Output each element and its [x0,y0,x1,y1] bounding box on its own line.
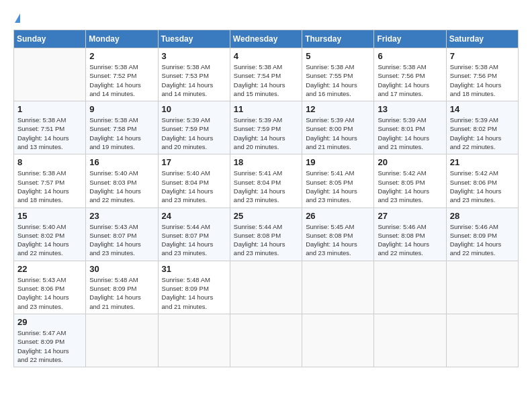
day-of-week-header: Thursday [302,30,374,48]
day-info: Sunrise: 5:43 AM Sunset: 8:06 PM Dayligh… [17,275,82,311]
calendar-week-row: 29Sunrise: 5:47 AM Sunset: 8:09 PM Dayli… [14,314,519,367]
calendar-cell [230,314,302,367]
calendar-cell: 6Sunrise: 5:38 AM Sunset: 7:56 PM Daylig… [374,48,446,101]
day-number: 16 [89,157,154,167]
day-info: Sunrise: 5:38 AM Sunset: 7:52 PM Dayligh… [89,62,154,98]
calendar-cell [374,261,446,314]
calendar-cell: 26Sunrise: 5:45 AM Sunset: 8:08 PM Dayli… [302,208,374,261]
day-number: 20 [378,157,442,167]
calendar-cell: 30Sunrise: 5:48 AM Sunset: 8:09 PM Dayli… [86,261,158,314]
calendar-cell [302,314,374,367]
day-number: 12 [306,104,370,114]
calendar-cell [302,261,374,314]
day-of-week-header: Saturday [446,30,518,48]
day-number: 6 [378,51,442,61]
day-info: Sunrise: 5:38 AM Sunset: 7:55 PM Dayligh… [306,62,370,98]
day-info: Sunrise: 5:38 AM Sunset: 7:57 PM Dayligh… [17,169,82,204]
day-number: 13 [378,104,442,114]
calendar-cell: 25Sunrise: 5:44 AM Sunset: 8:08 PM Dayli… [230,208,302,261]
calendar-week-row: 1Sunrise: 5:38 AM Sunset: 7:51 PM Daylig… [14,101,519,154]
day-info: Sunrise: 5:38 AM Sunset: 7:56 PM Dayligh… [450,62,515,98]
day-number: 28 [450,211,515,221]
day-info: Sunrise: 5:48 AM Sunset: 8:09 PM Dayligh… [89,275,154,311]
day-info: Sunrise: 5:40 AM Sunset: 8:04 PM Dayligh… [162,169,226,204]
calendar-cell: 7Sunrise: 5:38 AM Sunset: 7:56 PM Daylig… [446,48,518,101]
day-number: 1 [17,104,82,114]
day-info: Sunrise: 5:39 AM Sunset: 7:59 PM Dayligh… [234,116,298,151]
day-number: 27 [378,211,442,221]
calendar-header-row: SundayMondayTuesdayWednesdayThursdayFrid… [14,30,519,48]
calendar-cell: 27Sunrise: 5:46 AM Sunset: 8:08 PM Dayli… [374,208,446,261]
day-number: 29 [17,317,82,327]
day-of-week-header: Sunday [14,30,86,48]
calendar-cell: 22Sunrise: 5:43 AM Sunset: 8:06 PM Dayli… [14,261,86,314]
day-number: 7 [450,51,515,61]
calendar-cell [14,48,86,101]
calendar-cell [230,261,302,314]
day-info: Sunrise: 5:46 AM Sunset: 8:08 PM Dayligh… [378,222,442,258]
calendar-week-row: 15Sunrise: 5:40 AM Sunset: 8:02 PM Dayli… [14,208,519,261]
day-number: 11 [234,104,298,114]
calendar-week-row: 22Sunrise: 5:43 AM Sunset: 8:06 PM Dayli… [14,261,519,314]
calendar-cell: 31Sunrise: 5:48 AM Sunset: 8:09 PM Dayli… [158,261,230,314]
logo-triangle-icon [15,13,20,23]
day-of-week-header: Wednesday [230,30,302,48]
day-info: Sunrise: 5:39 AM Sunset: 8:00 PM Dayligh… [306,116,370,151]
calendar-cell: 8Sunrise: 5:38 AM Sunset: 7:57 PM Daylig… [14,154,86,208]
day-info: Sunrise: 5:38 AM Sunset: 7:58 PM Dayligh… [89,116,154,151]
calendar-cell: 19Sunrise: 5:41 AM Sunset: 8:05 PM Dayli… [302,154,374,208]
day-number: 26 [306,211,370,221]
day-number: 15 [17,211,82,221]
calendar-cell: 14Sunrise: 5:39 AM Sunset: 8:02 PM Dayli… [446,101,518,154]
day-number: 2 [89,51,154,61]
day-info: Sunrise: 5:44 AM Sunset: 8:08 PM Dayligh… [234,222,298,258]
calendar-cell: 24Sunrise: 5:44 AM Sunset: 8:07 PM Dayli… [158,208,230,261]
calendar-cell: 21Sunrise: 5:42 AM Sunset: 8:06 PM Dayli… [446,154,518,208]
day-info: Sunrise: 5:38 AM Sunset: 7:51 PM Dayligh… [17,116,82,151]
day-number: 31 [162,264,226,274]
day-info: Sunrise: 5:47 AM Sunset: 8:09 PM Dayligh… [17,328,82,364]
day-number: 30 [89,264,154,274]
day-number: 14 [450,104,515,114]
calendar-week-row: 2Sunrise: 5:38 AM Sunset: 7:52 PM Daylig… [14,48,519,101]
day-info: Sunrise: 5:39 AM Sunset: 7:59 PM Dayligh… [162,116,226,151]
calendar-cell [158,314,230,367]
calendar-table: SundayMondayTuesdayWednesdayThursdayFrid… [13,30,519,367]
day-number: 8 [17,157,82,167]
calendar-cell: 1Sunrise: 5:38 AM Sunset: 7:51 PM Daylig… [14,101,86,154]
day-number: 3 [162,51,226,61]
day-info: Sunrise: 5:41 AM Sunset: 8:05 PM Dayligh… [306,169,370,204]
day-info: Sunrise: 5:42 AM Sunset: 8:06 PM Dayligh… [450,169,515,204]
day-of-week-header: Friday [374,30,446,48]
day-number: 24 [162,211,226,221]
calendar-cell: 17Sunrise: 5:40 AM Sunset: 8:04 PM Dayli… [158,154,230,208]
day-number: 5 [306,51,370,61]
calendar-cell [374,314,446,367]
calendar-cell: 13Sunrise: 5:39 AM Sunset: 8:01 PM Dayli… [374,101,446,154]
day-number: 23 [89,211,154,221]
day-number: 4 [234,51,298,61]
day-number: 21 [450,157,515,167]
calendar-cell: 18Sunrise: 5:41 AM Sunset: 8:04 PM Dayli… [230,154,302,208]
day-info: Sunrise: 5:41 AM Sunset: 8:04 PM Dayligh… [234,169,298,204]
day-info: Sunrise: 5:40 AM Sunset: 8:03 PM Dayligh… [89,169,154,204]
calendar-cell: 20Sunrise: 5:42 AM Sunset: 8:05 PM Dayli… [374,154,446,208]
day-info: Sunrise: 5:43 AM Sunset: 8:07 PM Dayligh… [89,222,154,258]
day-number: 9 [89,104,154,114]
calendar-cell: 11Sunrise: 5:39 AM Sunset: 7:59 PM Dayli… [230,101,302,154]
calendar-cell: 29Sunrise: 5:47 AM Sunset: 8:09 PM Dayli… [14,314,86,367]
day-info: Sunrise: 5:48 AM Sunset: 8:09 PM Dayligh… [162,275,226,311]
day-info: Sunrise: 5:42 AM Sunset: 8:05 PM Dayligh… [378,169,442,204]
calendar-week-row: 8Sunrise: 5:38 AM Sunset: 7:57 PM Daylig… [14,154,519,208]
day-info: Sunrise: 5:39 AM Sunset: 8:02 PM Dayligh… [450,116,515,151]
calendar-cell: 16Sunrise: 5:40 AM Sunset: 8:03 PM Dayli… [86,154,158,208]
day-number: 25 [234,211,298,221]
calendar-cell: 15Sunrise: 5:40 AM Sunset: 8:02 PM Dayli… [14,208,86,261]
calendar-cell: 10Sunrise: 5:39 AM Sunset: 7:59 PM Dayli… [158,101,230,154]
logo [13,13,20,23]
calendar-cell: 12Sunrise: 5:39 AM Sunset: 8:00 PM Dayli… [302,101,374,154]
day-info: Sunrise: 5:46 AM Sunset: 8:09 PM Dayligh… [450,222,515,258]
calendar-cell: 5Sunrise: 5:38 AM Sunset: 7:55 PM Daylig… [302,48,374,101]
day-of-week-header: Tuesday [158,30,230,48]
day-number: 17 [162,157,226,167]
